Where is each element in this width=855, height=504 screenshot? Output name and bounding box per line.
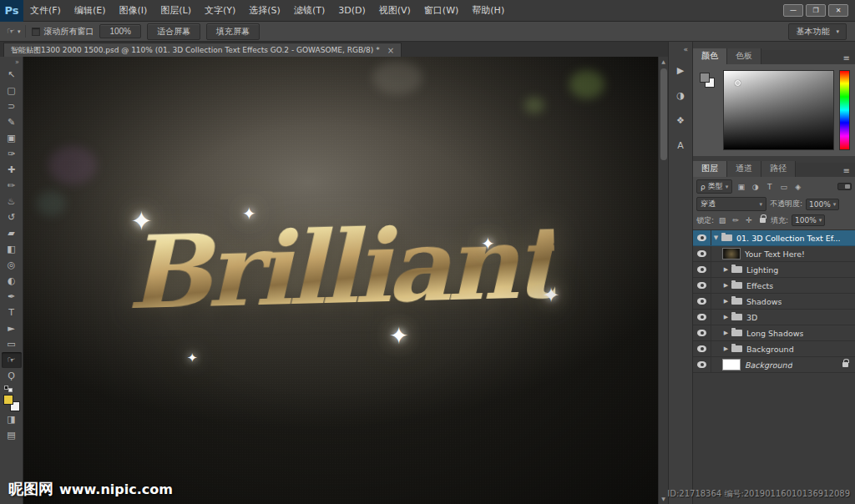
- menu-type[interactable]: 文字(Y): [198, 0, 242, 22]
- scroll-up-icon[interactable]: ▲: [661, 57, 665, 67]
- hue-slider[interactable]: [839, 70, 850, 150]
- menu-select[interactable]: 选择(S): [242, 0, 287, 22]
- menu-3d[interactable]: 3D(D): [331, 0, 372, 22]
- menu-view[interactable]: 视图(V): [372, 0, 417, 22]
- layer-row-lighting[interactable]: ▶ Lighting: [693, 262, 855, 278]
- brush-tool[interactable]: ✏: [2, 178, 22, 194]
- collapse-triangle-icon[interactable]: ▼: [711, 234, 721, 241]
- visibility-toggle[interactable]: [693, 310, 711, 325]
- blur-tool[interactable]: ◎: [2, 257, 22, 273]
- zoom-tool[interactable]: Ϙ: [2, 368, 22, 384]
- layer-filter-kind-select[interactable]: ρ 类型: [696, 179, 732, 194]
- tab-close-icon[interactable]: ×: [387, 46, 394, 55]
- visibility-toggle[interactable]: [693, 294, 711, 309]
- lock-transparent-icon[interactable]: ▨: [717, 216, 727, 224]
- shape-tool[interactable]: ▭: [2, 336, 22, 352]
- gradient-tool[interactable]: ◧: [2, 241, 22, 257]
- document-tab[interactable]: 智能贴图1300 2000 1500.psd @ 110% (01. 3D Co…: [3, 43, 402, 57]
- visibility-toggle[interactable]: [693, 262, 711, 277]
- fill-screen-button[interactable]: 填充屏幕: [206, 23, 260, 40]
- fill-field[interactable]: 100%: [792, 214, 825, 226]
- tab-swatches[interactable]: 色板: [727, 48, 761, 64]
- color-swatches[interactable]: [3, 395, 20, 411]
- filter-toggle[interactable]: [837, 183, 852, 190]
- layer-row-group-main[interactable]: ▼ 01. 3D Collection Text Ef...: [693, 230, 855, 246]
- scrollbar-thumb[interactable]: [660, 68, 667, 160]
- eyedropper-tool[interactable]: ✑: [2, 146, 22, 162]
- restore-button[interactable]: ❐: [806, 4, 826, 17]
- quick-selection-tool[interactable]: ✎: [2, 114, 22, 130]
- visibility-toggle[interactable]: [693, 325, 711, 340]
- healing-brush-tool[interactable]: ✚: [2, 162, 22, 178]
- panel-menu-icon[interactable]: ≡: [838, 166, 855, 177]
- collapse-triangle-icon[interactable]: ▶: [721, 266, 731, 273]
- workspace-selector[interactable]: 基本功能 ▾: [788, 23, 847, 40]
- lock-position-icon[interactable]: ✛: [744, 216, 754, 224]
- menu-image[interactable]: 图像(I): [112, 0, 154, 22]
- menu-edit[interactable]: 编辑(E): [68, 0, 113, 22]
- visibility-toggle[interactable]: [693, 357, 711, 372]
- lock-pixels-icon[interactable]: ✏: [731, 216, 741, 224]
- default-colors-icon[interactable]: [4, 386, 13, 392]
- clone-stamp-tool[interactable]: ♨: [2, 194, 22, 209]
- layer-row-background[interactable]: Background: [693, 357, 855, 373]
- collapse-triangle-icon[interactable]: ▶: [721, 345, 731, 352]
- layer-row-shadows[interactable]: ▶ Shadows: [693, 294, 855, 310]
- active-tool-preview[interactable]: ☞ ▾: [5, 25, 26, 38]
- layer-row-background-group[interactable]: ▶ Background: [693, 341, 855, 357]
- collapse-triangle-icon[interactable]: ▶: [721, 314, 731, 320]
- filter-shape-icon[interactable]: ▭: [778, 183, 789, 191]
- history-brush-tool[interactable]: ↺: [2, 209, 22, 225]
- filter-smart-object-icon[interactable]: ◈: [792, 183, 803, 191]
- layer-thumbnail[interactable]: [722, 248, 741, 260]
- visibility-toggle[interactable]: [693, 341, 711, 356]
- menu-layer[interactable]: 图层(L): [154, 0, 198, 22]
- zoom-100-button[interactable]: 100%: [99, 24, 141, 38]
- canvas[interactable]: Brilliant ✦ ✦ ✦ ✦ ✦ ✦: [23, 57, 658, 504]
- layer-row-text[interactable]: Your Text Here!: [693, 246, 855, 262]
- character-panel-button[interactable]: A: [671, 137, 690, 154]
- adjustments-panel-button[interactable]: ◑: [671, 87, 690, 103]
- collapse-triangle-icon[interactable]: ▶: [721, 282, 731, 289]
- scroll-all-windows-checkbox[interactable]: 滚动所有窗口: [32, 26, 94, 38]
- scroll-down-icon[interactable]: ▼: [661, 494, 665, 504]
- tab-channels[interactable]: 通道: [727, 161, 761, 177]
- quick-mask-button[interactable]: ◨: [2, 411, 22, 427]
- menu-help[interactable]: 帮助(H): [465, 0, 511, 22]
- layer-row-long-shadows[interactable]: ▶ Long Shadows: [693, 325, 855, 341]
- menu-filter[interactable]: 滤镜(T): [287, 0, 331, 22]
- foreground-color-swatch[interactable]: [700, 73, 710, 83]
- collapse-triangle-icon[interactable]: ▶: [721, 330, 731, 336]
- filter-pixel-icon[interactable]: ▣: [736, 183, 746, 191]
- eraser-tool[interactable]: ▰: [2, 225, 22, 241]
- filter-adjustment-icon[interactable]: ◑: [750, 183, 761, 191]
- layer-row-effects[interactable]: ▶ Effects: [693, 278, 855, 294]
- type-tool[interactable]: T: [2, 305, 22, 320]
- color-cursor[interactable]: [735, 80, 741, 86]
- styles-panel-button[interactable]: ❖: [671, 112, 690, 129]
- visibility-toggle[interactable]: [693, 246, 711, 261]
- crop-tool[interactable]: ▣: [2, 130, 22, 146]
- opacity-field[interactable]: 100%: [806, 199, 839, 210]
- hand-tool[interactable]: ☞: [2, 352, 22, 368]
- path-selection-tool[interactable]: ►: [2, 320, 22, 336]
- menu-window[interactable]: 窗口(W): [417, 0, 465, 22]
- vertical-scrollbar[interactable]: ▲ ▼: [658, 57, 668, 504]
- marquee-tool[interactable]: ▢: [2, 83, 22, 98]
- dodge-tool[interactable]: ◐: [2, 273, 22, 289]
- saturation-brightness-field[interactable]: [723, 70, 834, 150]
- minimize-button[interactable]: —: [783, 4, 803, 17]
- panel-menu-icon[interactable]: ≡: [838, 53, 855, 64]
- close-button[interactable]: ✕: [828, 4, 848, 17]
- collapse-triangle-icon[interactable]: ▶: [721, 298, 731, 305]
- tab-paths[interactable]: 路径: [761, 161, 796, 177]
- visibility-toggle[interactable]: [693, 230, 711, 245]
- toolbox-collapse-icon[interactable]: »: [15, 58, 23, 67]
- lasso-tool[interactable]: ⊃: [2, 98, 22, 114]
- layer-row-3d[interactable]: ▶ 3D: [693, 310, 855, 325]
- blend-mode-select[interactable]: 穿透: [696, 197, 766, 211]
- visibility-toggle[interactable]: [693, 278, 711, 293]
- expand-panels-icon[interactable]: «: [683, 45, 692, 53]
- tab-layers[interactable]: 图层: [693, 161, 727, 177]
- move-tool[interactable]: ↖: [2, 67, 22, 83]
